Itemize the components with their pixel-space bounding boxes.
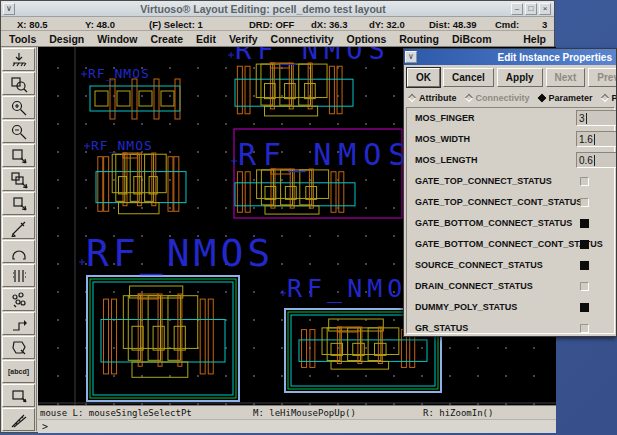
via-tool-button[interactable]	[2, 264, 35, 287]
param-row: GR_STATUS	[407, 318, 614, 337]
cli-prompt-bar[interactable]: >	[38, 419, 556, 433]
dialog-title: Edit Instance Properties	[418, 52, 616, 63]
mouse-middle-binding: M: leHiMousePopUp()	[253, 408, 356, 418]
status-field: Y: 48.0	[85, 19, 115, 30]
menu-design[interactable]: Design	[49, 33, 84, 45]
mos-finger-input[interactable]: 3	[576, 110, 617, 126]
param-label: MOS_WIDTH	[415, 134, 470, 144]
param-label: DRAIN_CONNECT_STATUS	[415, 281, 533, 291]
param-label: GATE_BOTTOM_CONNECT_CONT_STATUS	[415, 239, 603, 249]
window-menu-icon[interactable]: ∨	[3, 3, 15, 15]
status-field: dX: 36.3	[311, 19, 347, 30]
dialog-window-menu-icon[interactable]: ∨	[405, 51, 417, 63]
param-row: GATE_TOP_CONNECT_STATUS	[407, 171, 614, 192]
copy-tool-button[interactable]	[2, 168, 35, 191]
gate-bottom-connect-cont-status-checkbox[interactable]	[580, 240, 589, 249]
radio-diamond-icon	[408, 94, 416, 102]
ok-button[interactable]: OK	[407, 68, 440, 87]
param-row: DRAIN_CONNECT_STATUS	[407, 276, 614, 297]
mouse-right-binding: R: hiZoomIn()	[423, 408, 493, 418]
move-tool-button[interactable]	[2, 192, 35, 215]
param-label: GATE_BOTTOM_CONNECT_STATUS	[415, 218, 572, 228]
zoom-in-tool-button[interactable]	[2, 96, 35, 119]
param-label: GATE_TOP_CONNECT_STATUS	[415, 176, 552, 186]
tab-connectivity[interactable]: Connectivity	[466, 93, 530, 103]
stretch-tool-button[interactable]	[2, 144, 35, 167]
ruler-icon	[10, 411, 28, 429]
cli-prompt: >	[42, 421, 48, 432]
previous-button[interactable]: Previous	[588, 68, 617, 87]
tool-palette: [abcd]	[1, 47, 37, 431]
dialog-button-row: OKCancelApplyNextPrevious	[407, 68, 614, 89]
dialog-tab-row: AttributeConnectivityParameterProperty	[409, 91, 614, 105]
apply-button[interactable]: Apply	[497, 68, 543, 87]
rectangle-tool-button[interactable]	[2, 384, 35, 407]
menu-help[interactable]: Help	[523, 33, 546, 45]
tab-label: Connectivity	[476, 93, 530, 103]
tab-parameter[interactable]: Parameter	[539, 93, 593, 103]
cell-label: RF_NMOS	[91, 138, 153, 153]
menu-dibcom[interactable]: DiBcom	[452, 33, 492, 45]
cancel-button[interactable]: Cancel	[443, 68, 494, 87]
zoom-fit-tool-button[interactable]	[2, 48, 35, 71]
param-label: MOS_LENGTH	[415, 155, 478, 165]
param-row: MOS_LENGTH0.6	[407, 150, 614, 171]
gate-top-connect-cont-status-checkbox[interactable]	[580, 198, 589, 207]
title-bar[interactable]: ∨ Virtuoso® Layout Editing: pcell_demo t…	[1, 1, 554, 17]
edit-icon	[10, 219, 28, 237]
zoom-out-tool-button[interactable]	[2, 120, 35, 143]
zoom-selected-icon	[10, 75, 28, 93]
menu-options[interactable]: Options	[347, 33, 387, 45]
dialog-title-bar[interactable]: ∨ Edit Instance Properties	[404, 49, 616, 65]
edit-instance-properties-dialog: ∨ Edit Instance Properties OKCancelApply…	[403, 48, 617, 337]
arc-tool-button[interactable]	[2, 240, 35, 263]
menu-verify[interactable]: Verify	[229, 33, 258, 45]
polygon-tool-button[interactable]	[2, 336, 35, 359]
text-caret	[586, 113, 587, 124]
radio-diamond-icon	[464, 94, 472, 102]
via-icon	[10, 267, 28, 285]
label-tool-button[interactable]: [abcd]	[2, 360, 35, 383]
param-label: DUMMY_POLY_STATUS	[415, 302, 517, 312]
tab-attribute[interactable]: Attribute	[409, 93, 457, 103]
text-caret	[594, 155, 595, 166]
rectangle-icon	[10, 387, 28, 405]
edit-tool-button[interactable]	[2, 216, 35, 239]
menu-edit[interactable]: Edit	[196, 33, 216, 45]
gate-bottom-connect-status-checkbox[interactable]	[580, 219, 589, 228]
status-field: DRD: OFF	[249, 19, 294, 30]
cluster-tool-button[interactable]	[2, 288, 35, 311]
radio-diamond-icon	[537, 94, 545, 102]
menu-tools[interactable]: Tools	[9, 33, 36, 45]
zoom-selected-tool-button[interactable]	[2, 72, 35, 95]
gr-status-checkbox[interactable]	[580, 324, 589, 333]
maximize-button[interactable]: □	[525, 3, 537, 15]
mos-width-input[interactable]: 1.6	[576, 131, 617, 147]
drain-connect-status-checkbox[interactable]	[580, 282, 589, 291]
mouse-binding-bar: mouse L: mouseSingleSelectPt M: leHiMous…	[38, 405, 556, 419]
gate-top-connect-status-checkbox[interactable]	[580, 177, 589, 186]
tab-label: Parameter	[549, 93, 593, 103]
move-icon	[10, 195, 28, 213]
status-field: (F) Select: 1	[149, 19, 203, 30]
minimize-button[interactable]: –	[511, 3, 523, 15]
menu-create[interactable]: Create	[150, 33, 183, 45]
window-title: Virtuoso® Layout Editing: pcell_demo tes…	[16, 3, 510, 15]
param-value: 1.6	[579, 134, 593, 145]
param-label: SOURCE_CONNECT_STATUS	[415, 260, 543, 270]
next-button[interactable]: Next	[546, 68, 586, 87]
source-connect-status-checkbox[interactable]	[580, 261, 589, 270]
menu-connectivity[interactable]: Connectivity	[271, 33, 334, 45]
ruler-tool-button[interactable]	[2, 408, 35, 431]
dummy-poly-status-checkbox[interactable]	[580, 303, 589, 312]
close-button[interactable]: ×	[539, 3, 551, 15]
menu-window[interactable]: Window	[97, 33, 137, 45]
tab-property[interactable]: Property	[602, 93, 617, 103]
zoom-out-icon	[10, 123, 28, 141]
mos-length-input[interactable]: 0.6	[576, 152, 617, 168]
cell-label: RF_NMOS	[238, 137, 413, 173]
menu-routing[interactable]: Routing	[399, 33, 439, 45]
cell-label: RF_NMOS	[88, 66, 150, 81]
param-row: MOS_FINGER3	[407, 108, 614, 129]
path-tool-button[interactable]	[2, 312, 35, 335]
